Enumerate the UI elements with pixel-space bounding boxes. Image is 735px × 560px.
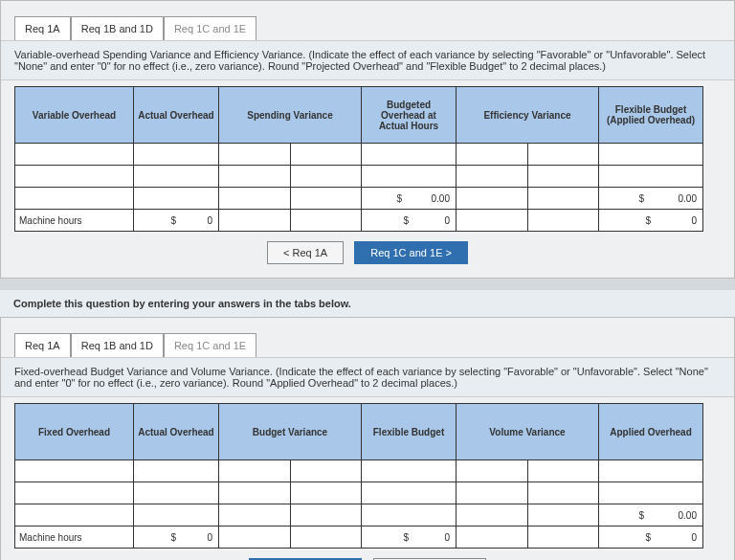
row-label-machine-hours-2: Machine hours (15, 526, 134, 549)
cell[interactable] (457, 210, 528, 232)
cell[interactable] (527, 526, 599, 549)
col-applied-overhead: Applied Overhead (599, 404, 703, 460)
cell[interactable] (290, 210, 362, 232)
cell[interactable] (457, 526, 528, 549)
lead-instruction: Complete this question by entering your … (0, 290, 735, 317)
cell[interactable] (134, 188, 219, 210)
variable-overhead-panel: Req 1A Req 1B and 1D Req 1C and 1E Varia… (0, 0, 735, 279)
next-req-1c-1e-button[interactable]: Req 1C and 1E > (354, 241, 468, 264)
cell[interactable] (219, 504, 291, 526)
cell-applied-2[interactable]: $0 (599, 526, 703, 549)
tab-req-1c-1e[interactable]: Req 1C and 1E (164, 16, 256, 40)
cell[interactable] (362, 504, 457, 526)
col-spending-variance: Spending Variance (219, 87, 362, 144)
cell-flexible-2[interactable]: $0 (362, 526, 457, 549)
cell[interactable] (457, 188, 528, 210)
tab-req-1a[interactable]: Req 1A (14, 16, 71, 40)
variable-overhead-table: Variable Overhead Actual Overhead Spendi… (14, 86, 703, 232)
col-efficiency-variance: Efficiency Variance (457, 87, 599, 144)
prev-req-1a-button[interactable]: < Req 1A (267, 241, 344, 264)
tabs-row-1: Req 1A Req 1B and 1D Req 1C and 1E (14, 16, 734, 40)
cell-budgeted[interactable]: $0 (362, 210, 457, 232)
instruction-1: Variable-overhead Spending Variance and … (1, 40, 734, 80)
cell-actual-2[interactable]: $0 (134, 526, 219, 549)
instruction-2: Fixed-overhead Budget Variance and Volum… (1, 357, 734, 397)
blank-row-2-2 (15, 482, 703, 504)
cell[interactable] (457, 504, 528, 526)
blank-row-2-1 (15, 460, 703, 482)
cell-flexible[interactable]: $0.00 (599, 188, 703, 210)
machine-hours-row: Machine hours $0 $0 $0 (15, 210, 703, 232)
cell-flexible[interactable]: $0 (599, 210, 703, 232)
col-volume-variance: Volume Variance (457, 404, 599, 460)
value-row-1: $0.00 $0.00 (15, 188, 703, 210)
tab2-req-1c-1e[interactable]: Req 1C and 1E (164, 333, 256, 357)
fixed-overhead-table: Fixed Overhead Actual Overhead Budget Va… (14, 403, 703, 549)
tab2-req-1b-1d[interactable]: Req 1B and 1D (71, 333, 164, 357)
cell[interactable] (290, 526, 362, 549)
cell[interactable] (219, 526, 291, 549)
cell[interactable] (219, 188, 291, 210)
tab-req-1b-1d[interactable]: Req 1B and 1D (71, 16, 164, 40)
row-label-machine-hours: Machine hours (15, 210, 134, 232)
cell-actual[interactable]: $0 (134, 210, 219, 232)
cell-budgeted[interactable]: $0.00 (362, 188, 457, 210)
col-actual-overhead: Actual Overhead (134, 87, 219, 144)
blank-row-2 (15, 166, 703, 188)
fixed-overhead-panel: Req 1A Req 1B and 1D Req 1C and 1E Fixed… (0, 317, 735, 560)
nav-buttons-1: < Req 1A Req 1C and 1E > (1, 241, 734, 264)
cell[interactable] (527, 504, 599, 526)
cell[interactable] (527, 188, 599, 210)
machine-hours-row-2: Machine hours $0 $0 $0 (15, 526, 703, 549)
col-fixed-overhead: Fixed Overhead (15, 404, 134, 460)
tab2-req-1a[interactable]: Req 1A (14, 333, 71, 357)
blank-row-1 (15, 144, 703, 166)
cell[interactable] (15, 504, 134, 526)
header-row: Variable Overhead Actual Overhead Spendi… (15, 87, 703, 144)
cell[interactable] (15, 188, 134, 210)
cell[interactable] (290, 188, 362, 210)
cell[interactable] (290, 504, 362, 526)
cell[interactable] (134, 504, 219, 526)
col-actual-overhead-2: Actual Overhead (134, 404, 219, 460)
col-variable-overhead: Variable Overhead (15, 87, 134, 144)
cell[interactable] (219, 210, 291, 232)
col-budgeted-overhead: Budgeted Overhead at Actual Hours (362, 87, 457, 144)
col-flexible-budget: Flexible Budget (Applied Overhead) (599, 87, 703, 144)
col-budget-variance: Budget Variance (219, 404, 362, 460)
col-flexible-budget-2: Flexible Budget (362, 404, 457, 460)
cell-applied[interactable]: $0.00 (599, 504, 703, 526)
cell[interactable] (527, 210, 599, 232)
header-row-2: Fixed Overhead Actual Overhead Budget Va… (15, 404, 703, 460)
tabs-row-2: Req 1A Req 1B and 1D Req 1C and 1E (14, 333, 734, 357)
value-row-2: $0.00 (15, 504, 703, 526)
